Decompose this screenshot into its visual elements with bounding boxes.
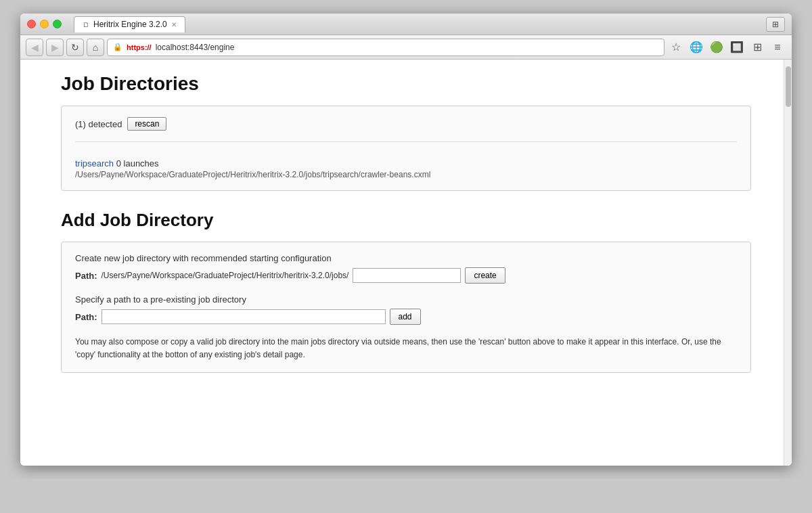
detected-row: (1) detected rescan [75,117,737,142]
close-window-button[interactable] [27,20,36,28]
add-job-directory-box: Create new job directory with recommende… [61,242,751,373]
maximize-window-button[interactable] [53,20,62,28]
existing-desc: Specify a path to a pre-existing job dir… [75,294,737,305]
job-directories-title: Job Directories [61,73,751,95]
back-button[interactable]: ◀ [26,39,43,56]
tab-close-button[interactable]: ✕ [171,21,177,28]
job-link[interactable]: tripsearch [75,158,114,169]
translate-icon[interactable]: 🌐 [687,39,705,56]
page-content: Job Directories (1) detected rescan trip… [20,60,792,466]
job-path: /Users/Payne/Workspace/GraduateProject/H… [75,170,737,179]
add-job-directory-title: Add Job Directory [61,210,751,231]
titlebar-control-btn[interactable]: ⊞ [766,17,785,32]
create-desc: Create new job directory with recommende… [75,253,737,263]
browser-window: 🗋 Heritrix Engine 3.2.0 ✕ ⊞ ◀ ▶ ↻ ⌂ 🔒 ht… [20,14,792,466]
add-form-row: Path: add [75,309,737,325]
pocket-icon[interactable]: 🔲 [728,39,746,56]
titlebar-controls: ⊞ [766,17,785,32]
tab-title: Heritrix Engine 3.2.0 [93,20,167,29]
address-url: localhost:8443/engine [156,43,235,52]
hint-text: You may also compose or copy a valid job… [75,336,737,361]
menu-icon[interactable]: ≡ [769,39,786,56]
minimize-window-button[interactable] [40,20,49,28]
hint-content: You may also compose or copy a valid job… [75,337,721,359]
refresh-button[interactable]: ↻ [66,39,84,56]
forward-icon: ▶ [51,42,59,53]
job-title-row: tripsearch 0 launches [75,158,737,169]
rescan-button[interactable]: rescan [127,117,166,131]
create-form-row: Path: /Users/Payne/Workspace/GraduatePro… [75,267,737,284]
job-directories-box: (1) detected rescan tripsearch 0 launche… [61,106,751,191]
titlebar: 🗋 Heritrix Engine 3.2.0 ✕ ⊞ [20,14,792,35]
toolbar: ◀ ▶ ↻ ⌂ 🔒 https:// localhost:8443/engine… [20,35,792,60]
home-icon: ⌂ [93,42,98,53]
tab-area: 🗋 Heritrix Engine 3.2.0 ✕ [74,16,185,32]
path-label-2: Path: [75,312,97,322]
path-label-1: Path: [75,271,97,281]
scrollbar-thumb[interactable] [786,66,791,107]
status-icon[interactable]: 🟢 [708,39,725,56]
active-tab[interactable]: 🗋 Heritrix Engine 3.2.0 ✕ [74,16,185,32]
home-button[interactable]: ⌂ [87,39,104,56]
job-launches-text: 0 launches [116,158,159,169]
refresh-icon: ↻ [71,42,79,53]
detected-label: (1) detected [75,119,122,129]
back-icon: ◀ [31,42,39,53]
bookmark-star-icon[interactable]: ☆ [667,39,685,56]
add-button[interactable]: add [390,309,421,325]
path-prefix: /Users/Payne/Workspace/GraduateProject/H… [102,271,349,280]
extensions-icon[interactable]: ⊞ [748,39,766,56]
traffic-lights [27,20,62,28]
address-protocol: https:// [127,43,152,51]
scrollbar[interactable] [784,60,792,466]
forward-button[interactable]: ▶ [46,39,64,56]
address-bar[interactable]: 🔒 https:// localhost:8443/engine [107,39,664,56]
toolbar-right: ☆ 🌐 🟢 🔲 ⊞ ≡ [667,39,786,56]
existing-path-input[interactable] [102,309,386,324]
create-job-name-input[interactable] [353,268,461,283]
job-entry: tripsearch 0 launches /Users/Payne/Works… [75,156,737,179]
tab-page-icon: 🗋 [83,21,89,28]
create-button[interactable]: create [465,267,505,284]
secure-icon: 🔒 [113,43,122,51]
